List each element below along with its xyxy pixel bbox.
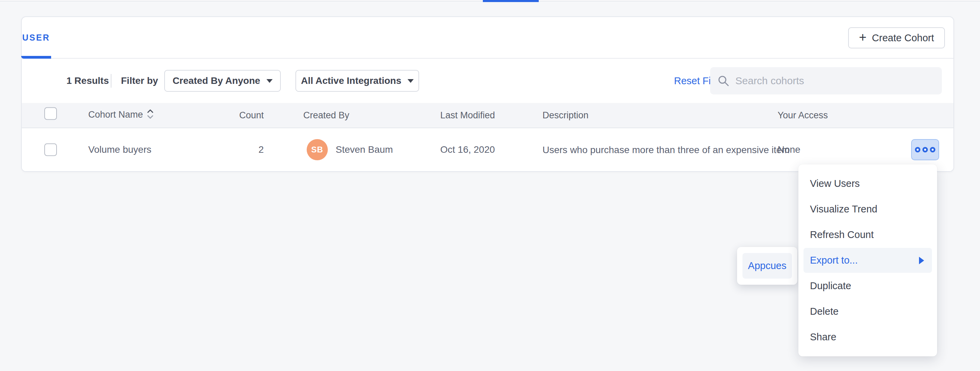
tab-user[interactable]: USER	[21, 17, 51, 58]
submenu-item-appcues[interactable]: Appcues	[743, 253, 792, 279]
results-count: 1 Results	[67, 75, 109, 86]
header-count: Count	[213, 110, 264, 121]
menu-item-duplicate[interactable]: Duplicate	[799, 273, 937, 299]
menu-item-delete[interactable]: Delete	[799, 299, 937, 324]
header-cohort-name-label: Cohort Name	[88, 110, 143, 120]
plus-icon: +	[859, 31, 867, 44]
panel-tab-bar: USER + Create Cohort	[22, 17, 953, 59]
tab-user-label: USER	[22, 33, 50, 43]
integrations-dropdown[interactable]: All Active Integrations	[296, 70, 419, 92]
sort-icon[interactable]	[146, 109, 154, 122]
cohorts-panel: USER + Create Cohort 1 Results Filter by…	[21, 16, 954, 172]
created-by-name: Steven Baum	[336, 144, 393, 155]
menu-item-export-to-label: Export to...	[810, 255, 858, 266]
ellipsis-icon	[930, 147, 935, 153]
your-access-cell: None	[778, 144, 800, 155]
menu-item-export-to[interactable]: Export to...	[799, 248, 937, 273]
search-box[interactable]	[710, 67, 942, 94]
submenu-arrow-icon	[919, 257, 924, 264]
created-by-dropdown[interactable]: Created By Anyone	[164, 70, 281, 92]
tab-user-underline	[21, 56, 51, 59]
menu-item-view-users[interactable]: View Users	[799, 171, 937, 196]
row-checkbox[interactable]	[44, 143, 57, 156]
active-top-tab-indicator	[483, 0, 539, 2]
avatar: SB	[307, 139, 328, 160]
create-cohort-label: Create Cohort	[872, 32, 934, 44]
header-description: Description	[542, 110, 589, 121]
search-input[interactable]	[735, 75, 934, 87]
row-actions-button[interactable]	[911, 139, 939, 160]
header-last-modified: Last Modified	[440, 110, 495, 121]
header-cohort-name[interactable]: Cohort Name	[88, 109, 154, 122]
export-submenu: Appcues	[737, 247, 797, 285]
description-cell: Users who purchase more than three of an…	[542, 143, 738, 156]
filter-divider	[111, 74, 111, 88]
menu-item-visualize-trend[interactable]: Visualize Trend	[799, 196, 937, 222]
filter-by-label: Filter by	[121, 75, 158, 86]
header-created-by: Created By	[303, 110, 349, 121]
created-by-cell: SB Steven Baum	[307, 139, 393, 160]
last-modified-cell: Oct 16, 2020	[440, 144, 495, 155]
menu-item-refresh-count[interactable]: Refresh Count	[799, 222, 937, 248]
ellipsis-icon	[923, 147, 928, 153]
create-cohort-button[interactable]: + Create Cohort	[848, 27, 945, 48]
filter-bar: 1 Results Filter by Created By Anyone Al…	[22, 59, 953, 103]
integrations-dropdown-value: All Active Integrations	[301, 75, 401, 86]
chevron-down-icon	[266, 79, 273, 83]
header-your-access: Your Access	[778, 110, 828, 121]
ellipsis-icon	[915, 147, 920, 153]
created-by-dropdown-value: Created By Anyone	[172, 75, 260, 86]
cohort-count: 2	[213, 144, 264, 155]
select-all-checkbox[interactable]	[44, 107, 57, 120]
cohort-name-link[interactable]: Volume buyers	[88, 144, 151, 155]
search-icon	[718, 75, 729, 87]
table-header-row: Cohort Name Count Created By Last Modifi…	[22, 103, 953, 128]
menu-item-share[interactable]: Share	[799, 324, 937, 350]
chevron-down-icon	[407, 79, 414, 83]
row-actions-menu: View Users Visualize Trend Refresh Count…	[799, 164, 937, 356]
